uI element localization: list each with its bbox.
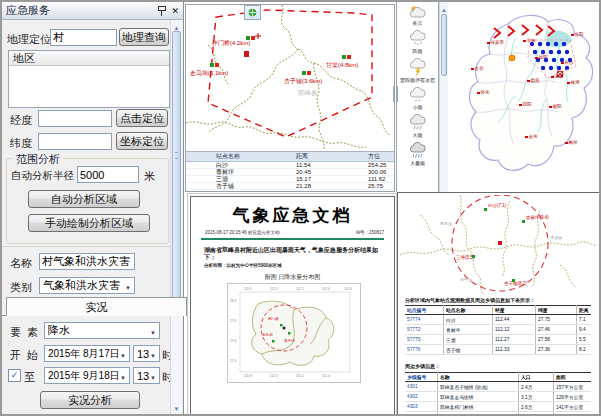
towns-info-table: 乡镇编号 名称 人口 面积 4301双峰县杏子铺镇 (驻地)2.4万157平方公… bbox=[405, 372, 591, 416]
svg-text:梓门桥: 梓门桥 bbox=[268, 316, 279, 321]
svg-text:27.8: 27.8 bbox=[230, 319, 236, 323]
legend-label: 阵雨 bbox=[413, 48, 423, 54]
divider bbox=[2, 246, 170, 247]
longitude-input[interactable] bbox=[38, 110, 112, 127]
start-hour-value: 13 bbox=[137, 348, 150, 360]
col-distance: 距离 bbox=[296, 152, 368, 161]
svg-text:112.0: 112.0 bbox=[270, 287, 278, 291]
table-row: 57772青树坪112.1227.469.4 bbox=[405, 325, 591, 335]
geo-query-button[interactable]: 地理查询 bbox=[119, 28, 169, 46]
legend-item: 小雨 bbox=[397, 87, 438, 114]
region-listbox[interactable]: 地区 bbox=[8, 50, 170, 108]
tab-live[interactable]: 实况 bbox=[6, 297, 187, 316]
table-row: 4302双峰县走马街镇3.1万126平方公里 bbox=[405, 392, 591, 402]
province-map-panel[interactable]: 张家界 吉首 常德 岳阳 益阳 长沙 怀化 娄底 湘潭 株洲 邵阳 衡阳 永州 … bbox=[439, 2, 601, 192]
table-row: 57774白沙112.4427.757.1 bbox=[405, 315, 591, 325]
element-select-value: 降水 bbox=[48, 323, 150, 338]
station-info-table: 站点编号 站点名称 经度 纬度 距离 57774白沙112.4427.757.1… bbox=[405, 305, 591, 355]
legend-item: 大暴雨 bbox=[397, 142, 438, 170]
svg-text:界岭乡: 界岭乡 bbox=[440, 221, 452, 226]
end-hour-select[interactable]: 13 bbox=[133, 367, 160, 384]
panel-title-bar[interactable]: 应急服务 bbox=[2, 2, 183, 20]
analysis-map-panel[interactable]: 梓门桥(4.2km) 走马街(5.1km) 杏子铺(3.6km) 甘棠(4.8k… bbox=[185, 4, 395, 192]
svg-text:111.8: 111.8 bbox=[244, 287, 252, 291]
legend-label: 大暴雨 bbox=[410, 160, 425, 166]
map-layers-icon bbox=[248, 8, 257, 17]
scrollbar-thumb[interactable] bbox=[441, 14, 447, 76]
svg-text:湄水镇: 湄水镇 bbox=[550, 235, 562, 240]
station-distance-table[interactable]: 站点名称 距离 方位 白沙11.54254.25 青树坪20.45300.06 … bbox=[186, 151, 394, 192]
summary-paragraph: 湖南省双峰县村附近山区出现暴雨天气，气象应急服务分析结果如下： bbox=[204, 247, 382, 261]
auto-radius-input[interactable] bbox=[77, 166, 139, 183]
province-map-canvas[interactable] bbox=[448, 2, 601, 192]
station-label: 甘棠(4.8km) bbox=[326, 62, 358, 68]
chevron-down-icon bbox=[125, 280, 131, 292]
table-lead-text: 分析区域内气象站点观测数据及周边乡镇信息如下表所示： bbox=[405, 297, 596, 303]
click-locate-button[interactable]: 点击定位 bbox=[116, 109, 168, 127]
region-list-header[interactable]: 地区 bbox=[9, 51, 169, 66]
map-tool-button[interactable] bbox=[244, 5, 261, 20]
start-date-select[interactable]: 2015年 8月17日 bbox=[44, 345, 130, 362]
svg-text:石牛乡: 石牛乡 bbox=[460, 277, 472, 282]
city-label: 常德 bbox=[523, 38, 536, 43]
weather-legend-panel: 多云 阵雨 雷阵雨伴有冰雹 小雨 bbox=[396, 2, 439, 192]
table-row[interactable]: 杏子铺21.2825.75 bbox=[186, 183, 394, 190]
city-label: 怀化 bbox=[477, 90, 490, 95]
legend-label: 大雨 bbox=[413, 132, 423, 138]
end-date-select[interactable]: 2015年 9月18日 bbox=[44, 367, 130, 384]
document-preview-panel: 气象应急文档 2015-08-17 20:15:46 村应急分析文档 编号：15… bbox=[187, 193, 397, 416]
scope-paragraph: 分析范围：以村为中心半径5000米区域 bbox=[204, 263, 282, 268]
svg-text:27.6: 27.6 bbox=[230, 339, 236, 343]
end-date-value: 2015年 9月18日 bbox=[48, 369, 120, 383]
table-row: 57775三塘112.2727.585.5 bbox=[405, 335, 591, 345]
thunderstorm-icon bbox=[409, 58, 426, 76]
panel-scrollbar[interactable] bbox=[170, 20, 182, 414]
table-header-row: 站点编号 站点名称 经度 纬度 距离 bbox=[405, 306, 591, 315]
type-select-value: 气象和洪水灾害 bbox=[43, 278, 125, 293]
close-icon[interactable] bbox=[171, 6, 179, 16]
chevron-down-icon bbox=[150, 370, 156, 382]
village-center-marker bbox=[498, 241, 502, 245]
scroll-down-icon[interactable] bbox=[171, 401, 182, 414]
emergency-service-panel: 应急服务 地理定位 地理查询 地区 经度 点击定位 纬度 坐标定位 范围分析 自… bbox=[2, 2, 184, 414]
splitter-grip[interactable] bbox=[393, 86, 398, 102]
city-label: 岳阳 bbox=[571, 32, 584, 37]
city-label: 湘潭 bbox=[551, 74, 564, 79]
element-select[interactable]: 降水 bbox=[44, 322, 160, 339]
city-label: 株洲 bbox=[567, 80, 580, 85]
province-map-scrollbar[interactable] bbox=[439, 2, 448, 192]
rainfall-map-canvas: 111.8112.0112.2112.4112.6 28.027.827.627… bbox=[228, 284, 358, 380]
latitude-input[interactable] bbox=[38, 133, 112, 150]
live-analyze-button[interactable]: 实况分析 bbox=[40, 391, 140, 409]
chevron-down-icon bbox=[120, 370, 126, 382]
city-label: 衡阳 bbox=[549, 104, 562, 109]
start-hour-select[interactable]: 13 bbox=[133, 345, 160, 362]
auto-analyze-area-button[interactable]: 自动分析区域 bbox=[28, 190, 140, 208]
city-label: 长沙 bbox=[561, 60, 574, 65]
geo-locate-label: 地理定位 bbox=[7, 32, 51, 47]
place-names: 界岭乡湄水镇石牛乡 bbox=[440, 221, 562, 282]
pin-icon[interactable] bbox=[157, 6, 166, 16]
scrollbar-thumb[interactable] bbox=[172, 31, 181, 313]
analysis-map-canvas[interactable]: 梓门桥(4.2km) 走马街(5.1km) 杏子铺(3.6km) 甘棠(4.8k… bbox=[186, 5, 394, 151]
document-meta-row: 2015-08-17 20:15:46 村应急分析文档 编号：150817 bbox=[205, 230, 384, 235]
type-select[interactable]: 气象和洪水灾害 bbox=[39, 277, 135, 294]
village-center-dot bbox=[283, 327, 286, 330]
legend-label: 多云 bbox=[413, 20, 423, 26]
svg-text:杏子铺: 杏子铺 bbox=[283, 338, 295, 343]
geo-locate-input[interactable] bbox=[50, 29, 117, 46]
end-date-checkbox[interactable] bbox=[8, 369, 21, 382]
range-analysis-group-label: 范围分析 bbox=[13, 152, 63, 167]
station-label: 走马街(5.1km) bbox=[190, 70, 228, 77]
alert-marker bbox=[509, 55, 515, 61]
city-label: 娄底 bbox=[527, 78, 540, 83]
svg-text:青树坪(9.4): 青树坪(9.4) bbox=[526, 215, 549, 220]
coord-locate-button[interactable]: 坐标定位 bbox=[116, 132, 168, 150]
manual-draw-area-button[interactable]: 手动绘制分析区域 bbox=[28, 214, 150, 232]
name-input[interactable] bbox=[39, 253, 135, 270]
selected-village-marker bbox=[244, 51, 249, 57]
legend-item: 大雨 bbox=[397, 114, 438, 142]
legend-label: 小雨 bbox=[413, 104, 423, 110]
detail-map-canvas: 白沙(7.1)青树坪(9.4)三塘(5.5)杏子铺(8.2) 界岭乡湄水镇石牛乡 bbox=[400, 195, 597, 295]
emergency-document-page: 气象应急文档 2015-08-17 20:15:46 村应急分析文档 编号：15… bbox=[190, 196, 395, 415]
